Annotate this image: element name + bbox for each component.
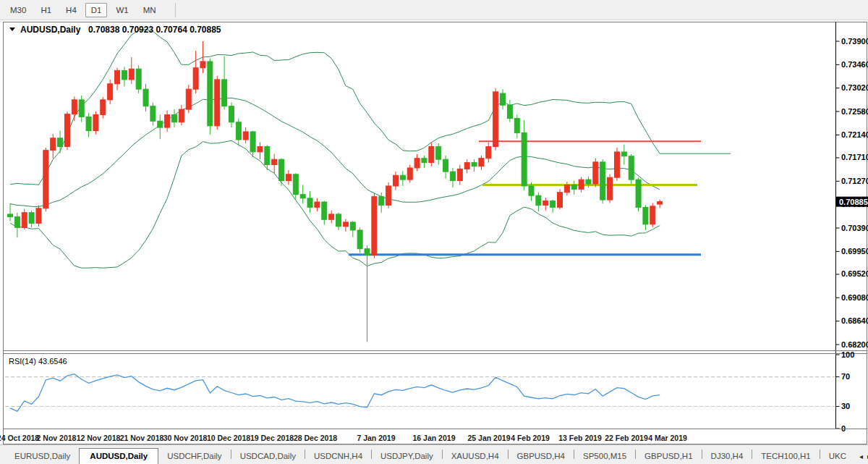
candle-body [393,175,398,186]
candle-body [307,198,312,207]
candle-body [529,186,534,195]
candle-body [272,159,277,164]
candle-body [236,122,241,140]
chart-tab-tech100-h1[interactable]: TECH100,H1 [752,449,819,464]
candle-body [122,70,127,79]
candle-body [429,147,434,163]
chart-tab-xauusd-h4[interactable]: XAUUSD,H4 [443,449,508,464]
price-chart-canvas[interactable]: AUDUSD,Daily0.70838 0.70923 0.70764 0.70… [0,0,868,464]
candle-body [79,100,84,117]
candle-body [136,69,141,89]
date-axis-label: 10 Dec 2018 [207,434,250,442]
rsi-axis-label: 70 [841,372,850,381]
candle-body [200,62,205,68]
candle-body [472,163,477,166]
candle-body [379,197,384,206]
candle-body [336,214,341,227]
chart-tab-eurusd-daily[interactable]: EURUSD,Daily [6,449,79,464]
candle-body [507,105,512,118]
candle-body [143,89,148,106]
date-axis-label: 4 Feb 2019 [511,434,550,442]
tab-scroll-left-icon[interactable]: ◂ [859,453,863,460]
candle-body [479,159,484,166]
candle-body [329,214,334,219]
candle-body [243,132,248,140]
candle-body [614,152,619,177]
date-axis-label: 28 Dec 2018 [294,434,337,442]
candle-body [286,174,291,181]
date-axis-label: 4 Mar 2019 [648,434,687,442]
chart-tab-usdcad-daily[interactable]: USDCAD,Daily [231,449,305,464]
chart-tab-usdjpy-daily[interactable]: USDJPY,Daily [372,449,442,464]
date-axis-label: 19 Dec 2018 [250,434,294,442]
price-axis-label: 0.68200 [841,340,868,349]
candle-body [629,156,634,180]
candle-body [600,162,605,200]
price-axis-label: 0.69950 [841,247,868,256]
chart-tab-sp500-m15[interactable]: SP500,M15 [574,449,635,464]
candle-body [457,169,462,180]
candle-body [179,109,184,122]
candle-body [186,89,191,109]
chart-tab-dj30-h4[interactable]: DJ30,H4 [702,449,752,464]
chart-tabs-bar: EURUSD,DailyAUDUSD,DailyUSDCHF,DailyUSDC… [0,444,868,464]
candle-body [443,159,448,172]
price-axis-label: 0.71710 [841,153,868,161]
candle-body [279,159,284,180]
candle-body [464,163,469,169]
candle-body [208,62,213,126]
candle-body [22,213,27,228]
candle-body [322,202,327,219]
date-axis-label: 12 Nov 2018 [77,434,121,442]
candle-body [586,180,591,184]
candle-body [343,222,348,227]
candle-body [86,117,91,130]
candle-body [93,114,98,130]
price-axis-label: 0.73020 [841,83,868,92]
candle-body [514,119,519,133]
date-axis-label: 13 Feb 2019 [558,434,602,442]
candle-body [115,70,120,83]
candle-body [108,84,113,100]
date-axis-label: 30 Nov 2018 [163,434,208,442]
chart-tab-gbpusd-h1[interactable]: GBPUSD,H1 [636,449,701,464]
chart-tab-audusd-daily[interactable]: AUDUSD,Daily [79,448,158,464]
candle-body [386,186,391,205]
price-axis-label: 0.71270 [841,177,868,185]
candle-body [250,132,255,152]
candle-body [36,208,41,224]
candle-body [51,138,56,151]
candle-body [365,249,370,256]
rsi-indicator-label: RSI(14) 43.6546 [9,357,67,366]
candle-body [64,114,69,147]
date-axis-label: 2 Nov 2018 [37,434,77,442]
price-axis-label: 0.72140 [841,130,868,139]
rsi-axis-label: 30 [841,402,850,410]
candle-body [158,121,163,127]
chart-tab-ukc[interactable]: UKC [820,449,855,464]
chart-tab-usdchf-daily[interactable]: USDCHF,Daily [158,449,230,464]
candle-body [536,195,541,205]
chart-tab-gbpusd-h4[interactable]: GBPUSD,H4 [509,449,574,464]
candle-body [493,92,498,147]
candle-body [193,68,198,89]
candle-body [265,147,270,165]
candle-body [407,168,412,180]
date-axis-label: 24 Oct 2018 [0,434,39,442]
candle-body [293,174,298,195]
candle-body [414,159,420,168]
candle-body [8,214,13,217]
price-axis-label: 0.68640 [841,316,868,325]
candle-body [14,217,20,228]
candle-body [129,69,134,80]
current-price-tag-label: 0.70885 [839,198,868,206]
candle-body [400,175,405,180]
rsi-axis-label: 0 [841,424,846,433]
candle-body [300,195,305,198]
candle-body [550,201,556,208]
candle-body [215,80,220,126]
candle-body [58,138,63,147]
chart-tab-usdcnh-h4[interactable]: USDCNH,H4 [305,449,371,464]
rsi-axis-label: 100 [841,350,854,359]
candle-body [543,201,548,206]
